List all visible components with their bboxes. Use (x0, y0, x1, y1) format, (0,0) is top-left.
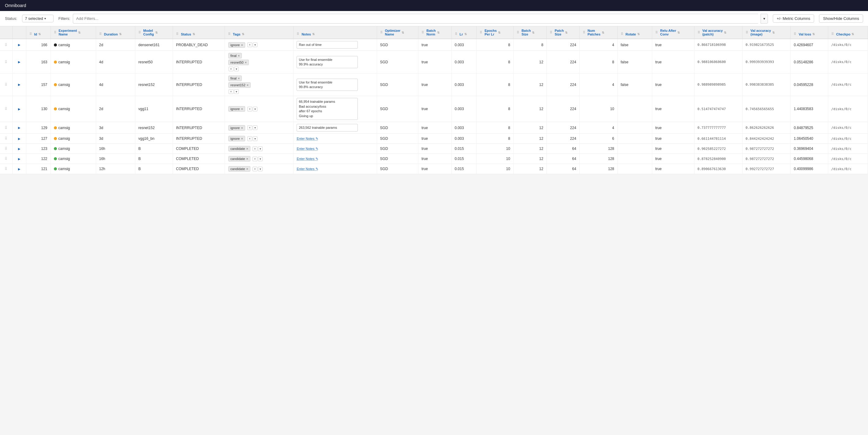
remove-tag-icon[interactable]: × (247, 83, 249, 87)
expand-row-btn[interactable]: ▶ (18, 60, 21, 64)
col-lr[interactable]: ⠿Lr⇅ (452, 26, 476, 39)
clear-tags-btn[interactable]: × (252, 167, 257, 171)
enter-notes-link[interactable]: Enter Notes ✎ (297, 147, 373, 151)
expand-cell[interactable]: ▶ (12, 51, 26, 73)
expand-row-btn[interactable]: ▶ (18, 146, 21, 151)
filter-input[interactable] (73, 14, 758, 24)
drag-handle-cell[interactable]: ⠿ (0, 122, 12, 133)
drag-handle-cell[interactable]: ⠿ (0, 73, 12, 96)
enter-notes-link[interactable]: Enter Notes ✎ (297, 157, 373, 161)
expand-tags-btn[interactable]: ▾ (234, 67, 239, 71)
col-val-acc-image[interactable]: ⠿Val accuracy(image)⇅ (743, 26, 790, 39)
drag-handle-cell[interactable]: ⠿ (0, 96, 12, 122)
col-status[interactable]: ⠿Status⇅ (173, 26, 225, 39)
drag-handle-cell[interactable]: ⠿ (0, 144, 12, 154)
exp-name-cell: camsig (51, 134, 96, 144)
col-rotate[interactable]: ⠿Rotate⇅ (617, 26, 652, 39)
drag-handle-cell[interactable]: ⠿ (0, 154, 12, 164)
remove-tag-icon[interactable]: × (238, 76, 240, 80)
tag-chip: final × (228, 75, 242, 81)
col-patch-size[interactable]: ⠿PatchSize⇅ (547, 26, 579, 39)
col-duration[interactable]: ⠿Duration⇅ (96, 26, 135, 39)
notes-box[interactable]: 66,954 trainable paramsBad accuracy/loss… (297, 98, 358, 120)
rotate-cell: false (617, 51, 652, 73)
notes-box[interactable]: Use for final ensemble99.9% accuracy (297, 56, 358, 69)
col-relu-after-conv[interactable]: ⠿Relu AfterConv⇅ (652, 26, 694, 39)
col-tags[interactable]: ⠿Tags⇅ (225, 26, 293, 39)
clear-tags-btn[interactable]: × (247, 136, 252, 141)
expand-tags-btn[interactable]: ▾ (253, 42, 257, 47)
expand-row-btn[interactable]: ▶ (18, 42, 21, 47)
drag-handle-cell[interactable]: ⠿ (0, 134, 12, 144)
expand-row-btn[interactable]: ▶ (18, 82, 21, 87)
clear-tags-btn[interactable]: × (252, 146, 257, 151)
lr-cell: 0.015 (452, 144, 476, 154)
col-exp-name[interactable]: ⠿ExperimentName⇅ (51, 26, 96, 39)
drag-handle-cell[interactable]: ⠿ (0, 164, 12, 174)
col-model-config[interactable]: ⠿ModelConfig⇅ (135, 26, 173, 39)
expand-row-btn[interactable]: ▶ (18, 136, 21, 141)
clear-tags-btn[interactable]: × (229, 89, 234, 94)
col-val-loss[interactable]: ⠿Val loss⇅ (790, 26, 828, 39)
col-num-patches[interactable]: ⠿NumPatches⇅ (579, 26, 617, 39)
clear-tags-btn[interactable]: × (252, 157, 257, 161)
remove-tag-icon[interactable]: × (241, 137, 243, 140)
optimizer-cell: SGD (377, 122, 418, 133)
tags-cell: ignore × × ▾ (225, 39, 293, 51)
expand-row-btn[interactable]: ▶ (18, 157, 21, 161)
expand-tags-btn[interactable]: ▾ (258, 157, 262, 161)
remove-tag-icon[interactable]: × (246, 147, 248, 150)
col-id[interactable]: ⠿Id⇅ (26, 26, 51, 39)
clear-tags-btn[interactable]: × (247, 126, 252, 130)
expand-cell[interactable]: ▶ (12, 73, 26, 96)
tag-chip: candidate × (228, 156, 250, 162)
clear-tags-btn[interactable]: × (229, 67, 234, 71)
status-select[interactable]: 7 selected ▾ (22, 15, 53, 22)
expand-tags-btn[interactable]: ▾ (258, 167, 262, 171)
metric-columns-button[interactable]: +/- Metric Columns (773, 14, 814, 23)
col-val-acc-patch[interactable]: ⠿Val accuracy(patch)⇅ (694, 26, 742, 39)
show-hide-columns-button[interactable]: Show/Hide Columns (819, 14, 863, 23)
col-notes[interactable]: ⠿Notes⇅ (293, 26, 377, 39)
expand-cell[interactable]: ▶ (12, 144, 26, 154)
clear-tags-btn[interactable]: × (247, 42, 252, 47)
status-cell: INTERRUPTED (173, 122, 225, 133)
expand-tags-btn[interactable]: ▾ (253, 107, 257, 111)
expand-cell[interactable]: ▶ (12, 164, 26, 174)
col-checkpoint[interactable]: ⠿Checkpo⇅ (828, 26, 868, 39)
remove-tag-icon[interactable]: × (238, 54, 240, 58)
filter-dropdown-btn[interactable]: ▾ (761, 14, 768, 24)
enter-notes-link[interactable]: Enter Notes ✎ (297, 137, 373, 141)
expand-cell[interactable]: ▶ (12, 134, 26, 144)
expand-cell[interactable]: ▶ (12, 39, 26, 51)
notes-box[interactable]: 263,562 trainable params (297, 124, 358, 132)
remove-tag-icon[interactable]: × (246, 167, 248, 171)
expand-row-btn[interactable]: ▶ (18, 126, 21, 130)
expand-tags-btn[interactable]: ▾ (234, 89, 239, 94)
expand-cell[interactable]: ▶ (12, 154, 26, 164)
drag-handle-cell[interactable]: ⠿ (0, 51, 12, 73)
tag-chip: resnet152 × (228, 82, 251, 88)
expand-tags-btn[interactable]: ▾ (253, 136, 257, 141)
enter-notes-link[interactable]: Enter Notes ✎ (297, 167, 373, 171)
duration-cell: 4d (96, 51, 135, 73)
col-optimizer-name[interactable]: ⠿OptimizerName⇅ (377, 26, 418, 39)
notes-box[interactable]: Use for final ensemble99.8% accuracy (297, 79, 358, 91)
col-epochs-per-lr[interactable]: ⠿EpochsPer Lr⇅ (476, 26, 514, 39)
notes-box[interactable]: Ran out of time (297, 41, 358, 48)
remove-tag-icon[interactable]: × (241, 43, 243, 47)
clear-tags-btn[interactable]: × (247, 107, 252, 111)
col-batch-norm[interactable]: ⠿BatchNorm⇅ (418, 26, 452, 39)
expand-cell[interactable]: ▶ (12, 96, 26, 122)
remove-tag-icon[interactable]: × (241, 126, 243, 130)
expand-cell[interactable]: ▶ (12, 122, 26, 133)
remove-tag-icon[interactable]: × (246, 157, 248, 161)
col-batch-size[interactable]: ⠿BatchSize⇅ (513, 26, 546, 39)
expand-row-btn[interactable]: ▶ (18, 167, 21, 171)
expand-tags-btn[interactable]: ▾ (253, 126, 257, 130)
expand-row-btn[interactable]: ▶ (18, 107, 21, 111)
remove-tag-icon[interactable]: × (245, 61, 247, 64)
expand-tags-btn[interactable]: ▾ (258, 146, 262, 151)
remove-tag-icon[interactable]: × (241, 107, 243, 111)
drag-handle-cell[interactable]: ⠿ (0, 39, 12, 51)
